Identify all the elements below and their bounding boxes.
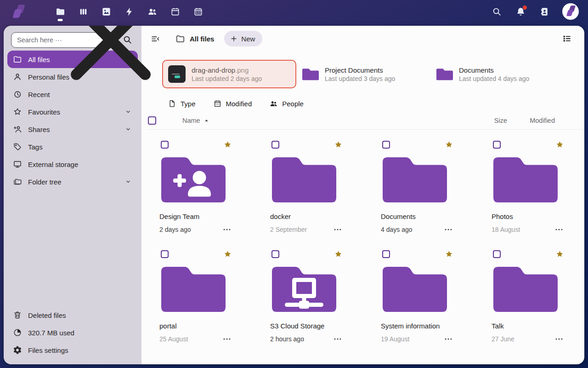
folder-name: System information — [380, 322, 454, 330]
select-all-checkbox[interactable] — [148, 116, 156, 125]
photos-icon — [101, 6, 112, 17]
star-outline-icon — [13, 107, 22, 116]
folder-card-top — [158, 139, 233, 150]
folder-checkbox[interactable] — [161, 141, 169, 149]
recommendation-text: Project DocumentsLast updated 3 days ago — [325, 66, 395, 82]
folder-card-design-team[interactable]: Design Team2 days ago — [158, 139, 233, 235]
folder-checkbox[interactable] — [493, 250, 501, 258]
sidebar-item-shares[interactable]: Shares — [7, 121, 138, 138]
content-header: All files New — [147, 29, 575, 48]
notifications-button[interactable] — [514, 4, 526, 19]
top-app-bar — [0, 0, 588, 23]
recommendation-card-project-documents[interactable]: Project DocumentsLast updated 3 days ago — [296, 60, 430, 88]
monitor-icon — [13, 160, 22, 169]
folder-meta: 2 September — [269, 224, 344, 235]
calendar-dots-icon — [213, 99, 222, 108]
folder-checkbox[interactable] — [161, 250, 169, 258]
sidebar-item-label: Tags — [28, 143, 43, 151]
sidebar-item-files-settings[interactable]: Files settings — [7, 341, 138, 359]
folder-card-docker[interactable]: docker2 September — [269, 139, 344, 235]
chevron-down-icon[interactable] — [124, 178, 132, 186]
sidebar-item-tags[interactable]: Tags — [7, 138, 138, 155]
account-plus-icon — [13, 125, 22, 134]
clear-search-button[interactable] — [105, 34, 116, 46]
recommendation-card-documents[interactable]: DocumentsLast updated 4 days ago — [430, 60, 565, 88]
folder-card-top — [491, 248, 565, 259]
sidebar-item-folder-tree[interactable]: Folder tree — [7, 173, 138, 190]
folder-checkbox[interactable] — [493, 141, 501, 149]
folder-actions-button[interactable] — [443, 224, 453, 235]
recommendation-text: drag-and-drop.pngLast updated 2 days ago — [192, 66, 262, 82]
folder-actions-button[interactable] — [554, 334, 564, 344]
folder-name: Documents — [380, 213, 454, 220]
recommendation-title: Project Documents — [325, 66, 395, 74]
folder-filled-icon — [55, 6, 66, 17]
topbar-app-files[interactable] — [54, 0, 66, 23]
sidebar-item-label: Deleted files — [28, 311, 66, 319]
file-thumbnail — [168, 65, 186, 83]
filter-chip-modified[interactable]: Modified — [213, 99, 252, 108]
recommendation-title: Documents — [459, 66, 529, 74]
topbar-app-calendar-grid[interactable] — [192, 0, 204, 23]
folder-checkbox[interactable] — [382, 141, 390, 149]
recommendation-subtitle: Last updated 2 days ago — [192, 75, 262, 82]
folder-icon — [302, 68, 319, 80]
size-column-header[interactable]: Size — [494, 117, 507, 124]
folder-card-photos[interactable]: Photos18 August — [491, 139, 565, 235]
folder-card-s3-cloud-storage[interactable]: S3 Cloud Storage2 hours ago — [269, 248, 344, 344]
folder-checkbox[interactable] — [382, 250, 390, 258]
topbar-app-deck[interactable] — [77, 0, 89, 23]
folder-card-system-information[interactable]: System information19 August — [380, 248, 454, 344]
folder-actions-button[interactable] — [333, 334, 343, 344]
sidebar-item-320-7-mb-used[interactable]: 320.7 MB used — [7, 324, 138, 341]
folder-modified-date: 2 September — [270, 226, 307, 233]
folder-actions-button[interactable] — [333, 224, 343, 235]
topbar-app-contacts[interactable] — [146, 0, 158, 23]
filter-chip-label: People — [282, 100, 304, 108]
search-button[interactable] — [491, 4, 503, 19]
topbar-app-photos[interactable] — [100, 0, 112, 23]
filter-chip-people[interactable]: People — [269, 99, 304, 108]
folder-modified-date: 25 August — [159, 335, 188, 343]
sidebar-item-deleted-files[interactable]: Deleted files — [7, 306, 138, 324]
modified-column-header[interactable]: Modified — [523, 117, 555, 124]
folder-card-top — [380, 248, 454, 259]
folder-card-portal[interactable]: portal25 August — [158, 248, 233, 344]
folder-multiple-icon — [13, 177, 22, 186]
topbar-app-calendar[interactable] — [169, 0, 181, 23]
folder-checkbox[interactable] — [271, 141, 279, 149]
folder-actions-button[interactable] — [443, 334, 453, 344]
active-app-indicator — [58, 19, 63, 21]
plus-icon — [230, 34, 238, 43]
folder-icon — [492, 155, 560, 202]
chevron-down-icon[interactable] — [124, 125, 132, 133]
activity-icon — [124, 6, 135, 17]
files-grid: Design Team2 days agodocker2 SeptemberDo… — [158, 139, 584, 344]
folder-actions-button[interactable] — [222, 224, 232, 235]
switch-view-button[interactable] — [559, 30, 575, 47]
folder-name: Talk — [491, 322, 565, 330]
favorite-star-icon — [334, 250, 343, 259]
contacts-menu-button[interactable] — [538, 4, 550, 19]
folder-actions-button[interactable] — [554, 224, 564, 235]
person-icon — [13, 72, 22, 81]
deck-icon — [78, 6, 89, 17]
folder-actions-button[interactable] — [222, 334, 232, 344]
contacts-icon — [147, 6, 158, 17]
topbar-app-activity[interactable] — [123, 0, 135, 23]
breadcrumb[interactable]: All files — [175, 34, 214, 44]
folder-checkbox[interactable] — [271, 250, 279, 258]
folder-card-talk[interactable]: Talk27 June — [491, 248, 565, 344]
user-avatar[interactable] — [562, 3, 579, 20]
name-column-header[interactable]: Name — [182, 117, 210, 124]
new-button[interactable]: New — [224, 31, 262, 46]
folder-modified-date: 27 June — [492, 335, 514, 343]
recommendation-card-drag-and-drop[interactable]: drag-and-drop.pngLast updated 2 days ago — [162, 60, 296, 88]
app-logo[interactable] — [9, 4, 28, 19]
folder-card-documents[interactable]: Documents4 days ago — [380, 139, 454, 235]
favorite-star-icon — [555, 140, 564, 149]
list-view-icon — [562, 34, 572, 44]
sidebar-item-external-storage[interactable]: External storage — [7, 155, 138, 173]
cog-icon — [13, 345, 22, 355]
close-icon — [42, 26, 180, 109]
